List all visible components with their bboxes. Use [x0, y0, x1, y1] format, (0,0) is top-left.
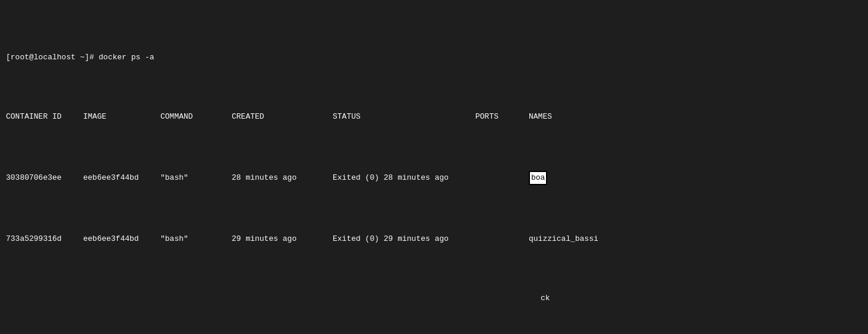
terminal: [root@localhost ~]# docker ps -a CONTAIN… — [0, 0, 868, 334]
data-row-733a: 733a5299316deeb6ee3f44bd"bash"29 minutes… — [6, 233, 862, 245]
boa-name-box: boa — [529, 171, 547, 185]
prompt-line-1: [root@localhost ~]# docker ps -a — [6, 52, 862, 63]
header-row-1: CONTAINER IDIMAGECOMMANDCREATEDSTATUSPOR… — [6, 111, 862, 123]
data-row-733a-cont: ck — [6, 292, 862, 304]
data-row-boa: 30380706e3eeeeb6ee3f44bd"bash"28 minutes… — [6, 171, 862, 185]
